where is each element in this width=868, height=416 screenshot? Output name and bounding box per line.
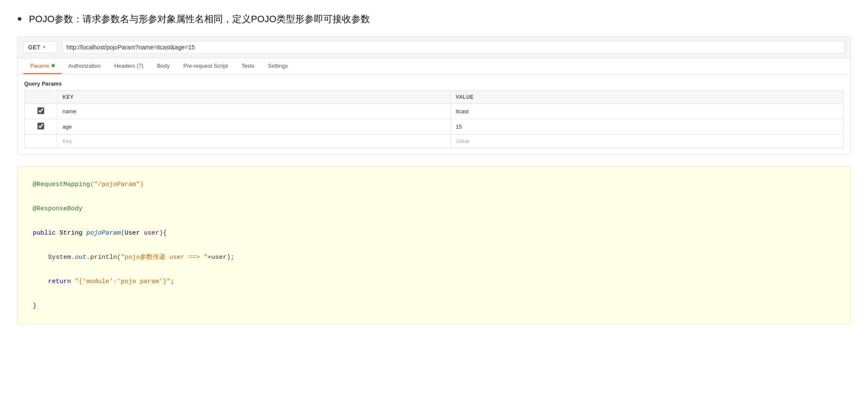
method-select[interactable]: GET ▾ (23, 41, 57, 53)
code-line-4 (33, 215, 835, 227)
tab-pre-request-label: Pre-request Script (183, 63, 228, 69)
tab-settings-label: Settings (268, 63, 288, 69)
method-label: GET (28, 44, 40, 51)
code-line-8 (33, 264, 835, 276)
bullet-text: POJO参数：请求参数名与形参对象属性名相同，定义POJO类型形参即可接收参数 (29, 13, 370, 26)
col-checkbox-header (25, 90, 57, 103)
placeholder-checkbox-cell (25, 134, 57, 148)
params-table: KEY VALUE name itcast age 15 (24, 90, 844, 148)
code-block: @RequestMapping("/pojoParam") @ResponseB… (17, 166, 851, 325)
tab-pre-request[interactable]: Pre-request Script (176, 58, 235, 74)
row1-checkbox-cell[interactable] (25, 103, 57, 119)
row2-value: 15 (450, 119, 843, 134)
table-row-placeholder: Key Value (25, 134, 844, 148)
tab-body-label: Body (157, 63, 170, 69)
row2-key: age (57, 119, 450, 134)
row2-checkbox-cell[interactable] (25, 119, 57, 134)
tab-authorization-label: Authorization (68, 63, 101, 69)
row2-checkbox[interactable] (37, 123, 44, 129)
tab-params[interactable]: Params (23, 58, 62, 74)
url-bar: GET ▾ (17, 37, 851, 58)
code-line-11: } (33, 300, 835, 313)
query-params-label: Query Params (24, 80, 844, 87)
col-value-header: VALUE (450, 90, 843, 103)
row1-key: name (57, 103, 450, 119)
params-content: Query Params KEY VALUE name itcast (17, 75, 851, 148)
postman-panel: GET ▾ Params Authorization Headers (7) B… (17, 36, 851, 155)
params-dot (51, 64, 55, 67)
bullet-section: ● POJO参数：请求参数名与形参对象属性名相同，定义POJO类型形参即可接收参… (17, 13, 851, 26)
tab-headers[interactable]: Headers (7) (108, 58, 151, 74)
code-line-2 (33, 191, 835, 203)
code-line-1: @RequestMapping("/pojoParam") (33, 179, 835, 191)
tab-body[interactable]: Body (150, 58, 176, 74)
row1-value: itcast (450, 103, 843, 119)
url-input[interactable] (62, 41, 845, 54)
tab-params-label: Params (30, 63, 49, 69)
tab-settings[interactable]: Settings (261, 58, 295, 74)
tab-headers-label: Headers (7) (114, 63, 144, 69)
tab-authorization[interactable]: Authorization (62, 58, 108, 74)
method-chevron: ▾ (43, 45, 45, 49)
tab-tests-label: Tests (242, 63, 254, 69)
code-line-5: public String pojoParam(User user){ (33, 227, 835, 240)
code-line-7: System.out.println("pojo参数传递 user ==> "+… (33, 252, 835, 264)
tabs-bar: Params Authorization Headers (7) Body Pr… (17, 58, 851, 75)
bullet-symbol: ● (17, 14, 22, 23)
code-line-10 (33, 288, 835, 300)
table-row: age 15 (25, 119, 844, 134)
tab-tests[interactable]: Tests (235, 58, 261, 74)
row1-checkbox[interactable] (37, 107, 44, 114)
code-line-6 (33, 239, 835, 252)
code-line-9: return "{'module':'pojo param'}"; (33, 276, 835, 288)
placeholder-key[interactable]: Key (57, 134, 450, 148)
table-row: name itcast (25, 103, 844, 119)
placeholder-value[interactable]: Value (450, 134, 843, 148)
col-key-header: KEY (57, 90, 450, 103)
code-line-3: @ResponseBody (33, 203, 835, 215)
